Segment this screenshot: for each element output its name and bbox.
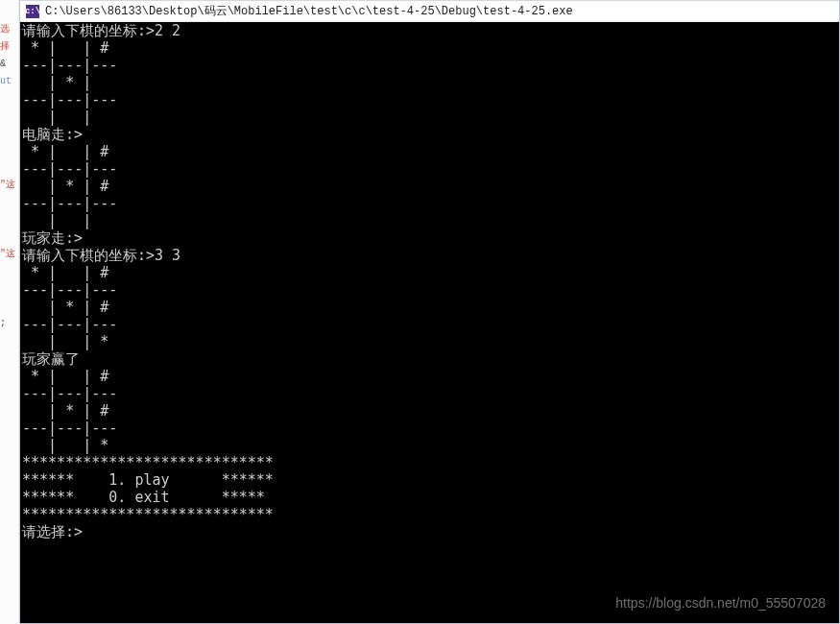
console-line: ****** 1. play ****** [22, 471, 274, 489]
console-line: * | | # [22, 368, 108, 385]
console-line: ***************************** [22, 454, 274, 471]
console-line: ---|---|--- [22, 195, 117, 212]
window-title: C:\Users\86133\Desktop\码云\MobileFile\tes… [45, 3, 573, 19]
console-line: ---|---|--- [22, 160, 117, 178]
gutter-line: ut [0, 73, 18, 90]
console-line: ---|---|--- [22, 420, 117, 437]
console-line: | * | # [22, 402, 108, 420]
console-line: ---|---|--- [22, 91, 117, 108]
console-line: ---|---|--- [22, 281, 117, 299]
console-line: | | [22, 212, 108, 229]
console-line: ****** 0. exit ***** [22, 489, 265, 506]
console-line: 玩家赢了 [22, 350, 80, 368]
console-line: | | * [22, 437, 108, 454]
console-line: ***************************** [22, 506, 274, 523]
console-line: ---|---|--- [22, 316, 117, 333]
console-line: 玩家走:> [22, 229, 83, 247]
window-titlebar[interactable]: c:\ C:\Users\86133\Desktop\码云\MobileFile… [20, 1, 839, 22]
app-icon: c:\ [26, 5, 39, 18]
console-line: * | | # [22, 143, 108, 160]
console-line: | | [22, 108, 108, 126]
console-line: | | * [22, 333, 108, 350]
console-line: | * | # [22, 299, 108, 316]
console-window: c:\ C:\Users\86133\Desktop\码云\MobileFile… [19, 0, 840, 624]
gutter-line: & [0, 56, 18, 73]
console-output[interactable]: 请输入下棋的坐标:>2 2 * | | # ---|---|--- | * | … [20, 22, 839, 623]
gutter-line: "这 [0, 177, 18, 194]
console-line: 请输入下棋的坐标:>2 2 [22, 22, 180, 39]
console-line: | * | # [22, 178, 108, 195]
console-line: 请输入下棋的坐标:>3 3 [22, 247, 180, 264]
gutter-line: ; [0, 315, 18, 332]
watermark: https://blog.csdn.net/m0_55507028 [615, 594, 826, 612]
console-line: ---|---|--- [22, 385, 117, 402]
console-line: | * | [22, 74, 108, 91]
console-line: * | | # [22, 264, 108, 281]
console-line: 电脑走:> [22, 126, 83, 143]
console-line: ---|---|--- [22, 57, 117, 74]
console-line: 请选择:> [22, 523, 83, 540]
gutter-line: 选择 [0, 21, 18, 56]
gutter-line: "这 [0, 246, 18, 263]
editor-gutter: 选择 & ut "这 "这 ; [0, 0, 19, 624]
console-line: * | | # [22, 39, 108, 57]
